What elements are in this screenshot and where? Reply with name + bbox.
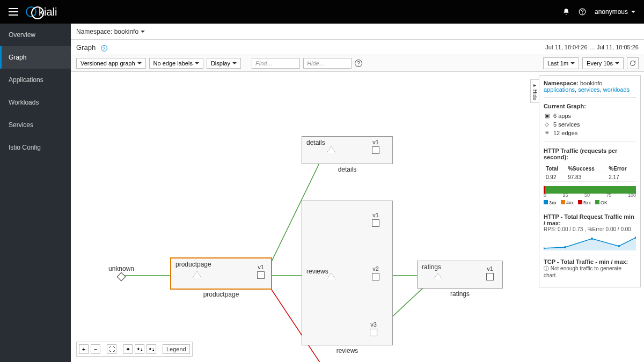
time-range-label: Jul 11, 18:04:26 … Jul 11, 18:05:26 <box>545 44 639 50</box>
brand-logo[interactable]: kiali <box>26 6 57 18</box>
tcp-header: TCP - Total Traffic - min / max: <box>544 258 628 265</box>
node-details-v1[interactable]: v1 <box>372 139 379 154</box>
hide-panel-button[interactable]: ▸ Hide <box>539 79 539 103</box>
svg-point-18 <box>618 245 620 247</box>
diamond-icon <box>117 272 126 282</box>
services-icon: ◇ <box>544 121 550 128</box>
logo-mark-icon <box>26 6 36 17</box>
group-title: details <box>306 139 325 146</box>
square-icon <box>372 146 379 154</box>
svg-point-1 <box>582 13 583 14</box>
chevron-down-icon <box>141 31 145 33</box>
traffic-table: Total%Success%Error 0.9297.832.17 <box>544 165 636 182</box>
sidebar-item-services[interactable]: Services <box>0 114 71 136</box>
triangle-icon <box>193 271 201 278</box>
link-workloads[interactable]: workloads <box>603 86 630 93</box>
sidebar-item-overview[interactable]: Overview <box>0 24 71 46</box>
namespace-selector[interactable]: Namespace: bookinfo <box>76 28 145 35</box>
display-select[interactable]: Display <box>207 58 241 69</box>
chevron-down-icon <box>232 62 237 64</box>
group-sublabel: details <box>338 166 357 173</box>
fit-button[interactable]: ⛶ <box>107 344 116 354</box>
node-reviews-service[interactable] <box>327 273 335 279</box>
edges-icon: ✳ <box>544 130 550 136</box>
find-input[interactable] <box>252 58 300 69</box>
node-unknown-source[interactable]: unknown <box>108 265 134 280</box>
info-icon[interactable]: ? <box>101 45 107 51</box>
stat-services: ◇5 services <box>544 120 636 129</box>
square-icon <box>486 273 494 280</box>
layout-3-button[interactable]: ✦₂ <box>147 344 156 354</box>
svg-point-16 <box>564 246 566 248</box>
sidebar-item-applications[interactable]: Applications <box>0 69 71 91</box>
sidebar: Overview Graph Applications Workloads Se… <box>0 24 71 362</box>
node-details-service[interactable] <box>327 146 335 153</box>
layout-1-button[interactable]: ✦ <box>123 344 133 354</box>
app-group-ratings[interactable]: ratings v1 ratings <box>417 261 503 289</box>
help-icon[interactable] <box>579 8 586 16</box>
link-applications[interactable]: applications <box>544 86 575 93</box>
group-title: reviews <box>306 268 328 275</box>
color-legend: 3xx 4xx 5xx OK <box>544 200 636 205</box>
node-ratings-v1[interactable]: v1 <box>486 265 494 280</box>
node-productpage-service[interactable] <box>193 271 201 278</box>
group-sublabel: reviews <box>336 347 358 354</box>
sparkline-chart <box>544 234 636 250</box>
group-sublabel: productpage <box>203 291 239 298</box>
http-minmax-value: RPS: 0.00 / 0.73 , %Error 0.00 / 0.00 <box>544 226 636 232</box>
http-minmax-header: HTTP - Total Request Traffic min / max: <box>544 213 634 226</box>
stat-edges: ✳12 edges <box>544 129 636 137</box>
app-group-details[interactable]: details v1 details <box>302 136 393 164</box>
user-name: anonymous <box>595 8 628 16</box>
node-ratings-service[interactable] <box>434 273 442 279</box>
page-title: Graph ? <box>76 43 107 51</box>
graph-type-select[interactable]: Versioned app graph <box>76 58 146 69</box>
chevron-down-icon <box>570 62 575 64</box>
svg-marker-14 <box>544 238 636 250</box>
svg-point-17 <box>591 238 593 240</box>
menu-icon[interactable] <box>9 8 18 16</box>
chevron-down-icon <box>195 62 199 64</box>
refresh-button[interactable] <box>627 57 639 69</box>
legend-button[interactable]: Legend <box>163 344 190 354</box>
refresh-interval-select[interactable]: Every 10s <box>582 57 624 69</box>
square-icon <box>372 273 379 280</box>
zoom-out-button[interactable]: − <box>91 344 100 354</box>
ns-label: Namespace: bookinfo <box>544 80 602 86</box>
tcp-message: ⓘ Not enough traffic to generate chart. <box>544 265 636 278</box>
triangle-icon <box>434 273 442 279</box>
zoom-controls: + − ⛶ ✦ ✦₁ ✦₂ Legend <box>76 342 193 357</box>
user-menu[interactable]: anonymous <box>595 8 635 16</box>
triangle-icon <box>327 146 335 153</box>
chevron-down-icon <box>631 11 635 13</box>
node-reviews-v1[interactable]: v1 <box>372 212 379 227</box>
current-graph-header: Current Graph: <box>544 103 586 109</box>
triangle-icon <box>327 273 335 279</box>
app-group-reviews[interactable]: reviews v1 v2 v3 reviews <box>302 201 393 345</box>
link-services[interactable]: services <box>578 86 599 93</box>
chevron-down-icon <box>137 62 142 64</box>
summary-panel: ▸ Hide Namespace: bookinfo applications,… <box>539 75 641 287</box>
layout-2-button[interactable]: ✦₁ <box>135 344 144 354</box>
group-title: productpage <box>175 261 211 268</box>
apps-icon: ▣ <box>544 113 550 119</box>
duration-select[interactable]: Last 1m <box>543 57 579 69</box>
node-reviews-v2[interactable]: v2 <box>372 265 379 280</box>
group-sublabel: ratings <box>450 290 470 298</box>
sidebar-item-istio-config[interactable]: Istio Config <box>0 136 71 159</box>
edge-labels-select[interactable]: No edge labels <box>149 58 203 69</box>
node-reviews-v3[interactable]: v3 <box>370 321 377 336</box>
square-icon <box>372 219 379 227</box>
sidebar-item-graph[interactable]: Graph <box>0 46 71 69</box>
node-productpage-v1[interactable]: v1 <box>257 264 265 279</box>
group-title: ratings <box>422 263 441 271</box>
chevron-down-icon <box>615 62 619 64</box>
stat-apps: ▣6 apps <box>544 112 636 120</box>
zoom-in-button[interactable]: + <box>79 344 89 354</box>
graph-canvas[interactable]: unknown productpage v1 productpage detai… <box>71 72 539 362</box>
app-group-productpage[interactable]: productpage v1 productpage <box>170 257 272 290</box>
sidebar-item-workloads[interactable]: Workloads <box>0 91 71 114</box>
filter-help-icon[interactable]: ? <box>355 60 362 67</box>
hide-input[interactable] <box>303 58 352 69</box>
bell-icon[interactable] <box>562 8 570 16</box>
